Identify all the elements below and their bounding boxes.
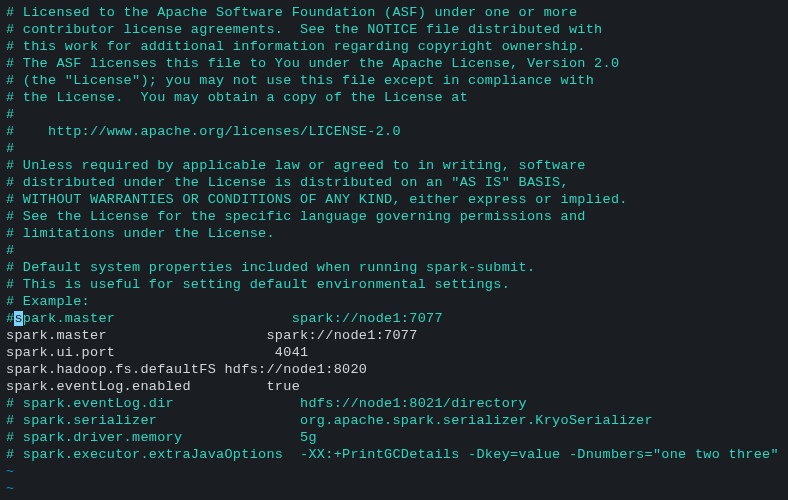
commented-config-line: # spark.driver.memory 5g <box>6 429 782 446</box>
license-line: # distributed under the License is distr… <box>6 174 782 191</box>
license-line: # limitations under the License. <box>6 225 782 242</box>
config-line: spark.master spark://node1:7077 <box>6 327 782 344</box>
license-line: # WITHOUT WARRANTIES OR CONDITIONS OF AN… <box>6 191 782 208</box>
description-line: # This is useful for setting default env… <box>6 276 782 293</box>
tilde-line: ~ <box>6 480 782 497</box>
license-line: # Unless required by applicable law or a… <box>6 157 782 174</box>
license-line: # <box>6 106 782 123</box>
license-line: # <box>6 242 782 259</box>
editor-viewport[interactable]: # Licensed to the Apache Software Founda… <box>6 4 782 497</box>
license-url: # http://www.apache.org/licenses/LICENSE… <box>6 123 782 140</box>
config-line: spark.hadoop.fs.defaultFS hdfs://node1:8… <box>6 361 782 378</box>
config-line: spark.ui.port 4041 <box>6 344 782 361</box>
license-line: # the License. You may obtain a copy of … <box>6 89 782 106</box>
license-line: # Licensed to the Apache Software Founda… <box>6 4 782 21</box>
example-header: # Example: <box>6 293 782 310</box>
tilde-line: ~ <box>6 463 782 480</box>
description-line: # Default system properties included whe… <box>6 259 782 276</box>
commented-config-line: # spark.eventLog.dir hdfs://node1:8021/d… <box>6 395 782 412</box>
cursor-line: #spark.master spark://node1:7077 <box>6 310 782 327</box>
license-line: # contributor license agreements. See th… <box>6 21 782 38</box>
license-line: # The ASF licenses this file to You unde… <box>6 55 782 72</box>
license-line: # <box>6 140 782 157</box>
license-line: # See the License for the specific langu… <box>6 208 782 225</box>
license-line: # (the "License"); you may not use this … <box>6 72 782 89</box>
config-line: spark.eventLog.enabled true <box>6 378 782 395</box>
cursor: s <box>14 311 22 326</box>
license-line: # this work for additional information r… <box>6 38 782 55</box>
commented-config-line: # spark.executor.extraJavaOptions -XX:+P… <box>6 446 782 463</box>
commented-config-line: # spark.serializer org.apache.spark.seri… <box>6 412 782 429</box>
cursor-rest: park.master spark://node1:7077 <box>23 311 443 326</box>
